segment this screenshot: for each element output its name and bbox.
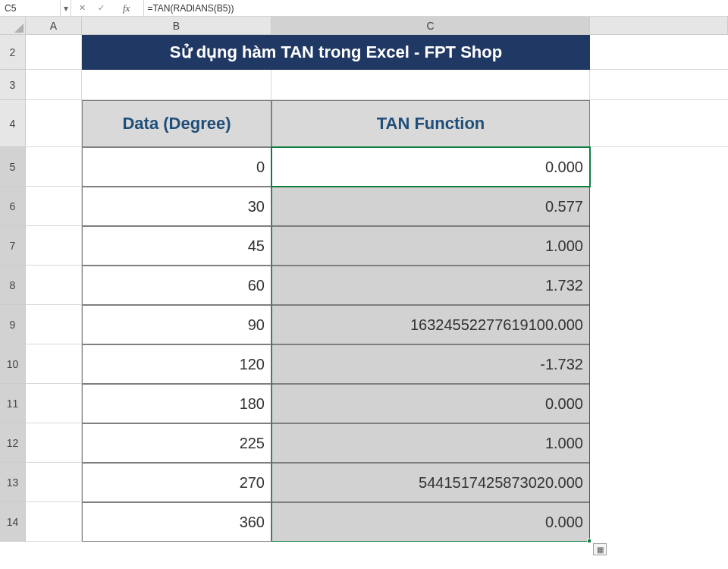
cell[interactable] — [26, 344, 82, 384]
cell[interactable] — [26, 266, 82, 305]
row-header[interactable]: 5 — [0, 147, 26, 187]
cell-c12[interactable]: 1.000 — [271, 423, 590, 463]
cell[interactable] — [26, 423, 82, 463]
cell[interactable] — [590, 70, 728, 100]
cell-b11[interactable]: 180 — [82, 384, 271, 423]
cell[interactable] — [271, 70, 590, 100]
cell[interactable] — [26, 70, 82, 100]
cell-c11[interactable]: 0.000 — [271, 384, 590, 423]
row-header[interactable]: 14 — [0, 502, 26, 542]
grid[interactable]: Sử dụng hàm TAN trong Excel - FPT Shop D… — [26, 35, 728, 569]
cell-b12[interactable]: 225 — [82, 423, 271, 463]
col-header — [590, 17, 728, 35]
cell[interactable] — [26, 187, 82, 226]
autofill-options-button[interactable]: ▦ — [593, 543, 607, 555]
cell[interactable] — [26, 305, 82, 344]
row-header[interactable]: 6 — [0, 187, 26, 226]
cell[interactable] — [26, 35, 82, 70]
row-header[interactable]: 13 — [0, 463, 26, 502]
cell[interactable] — [590, 100, 728, 147]
row-header[interactable]: 8 — [0, 266, 26, 305]
name-box[interactable]: C5 — [0, 0, 61, 16]
cell[interactable] — [26, 502, 82, 542]
cell-b7[interactable]: 45 — [82, 226, 271, 266]
row-header[interactable]: 4 — [0, 100, 26, 147]
row-headers: 2 3 4 5 6 7 8 9 10 11 12 13 14 — [0, 35, 26, 542]
formula-bar: C5 ▾ ✕ ✓ fx =TAN(RADIANS(B5)) — [0, 0, 728, 17]
cell-c8[interactable]: 1.732 — [271, 266, 590, 305]
cell-b8[interactable]: 60 — [82, 266, 271, 305]
row-header[interactable]: 12 — [0, 423, 26, 463]
cell-b14[interactable]: 360 — [82, 502, 271, 542]
name-box-dropdown[interactable]: ▾ — [61, 0, 71, 16]
cell-c10[interactable]: -1.732 — [271, 344, 590, 384]
cancel-icon[interactable]: ✕ — [79, 3, 86, 13]
cell-c7[interactable]: 1.000 — [271, 226, 590, 266]
cell-b9[interactable]: 90 — [82, 305, 271, 344]
cell[interactable] — [590, 35, 728, 70]
cell[interactable] — [26, 226, 82, 266]
row-header[interactable]: 7 — [0, 226, 26, 266]
table-header-tan[interactable]: TAN Function — [271, 100, 590, 147]
row-header[interactable]: 10 — [0, 344, 26, 384]
cell[interactable] — [26, 463, 82, 502]
cell-c13[interactable]: 5441517425873020.000 — [271, 463, 590, 502]
row-header[interactable]: 9 — [0, 305, 26, 344]
row-header[interactable]: 3 — [0, 70, 26, 100]
cell[interactable] — [590, 147, 728, 542]
formula-input[interactable]: =TAN(RADIANS(B5)) — [144, 0, 728, 16]
select-all-corner[interactable] — [0, 17, 26, 35]
title-cell[interactable]: Sử dụng hàm TAN trong Excel - FPT Shop — [82, 35, 590, 70]
cell-c6[interactable]: 0.577 — [271, 187, 590, 226]
cell-c5[interactable]: 0.000 — [271, 147, 590, 187]
cell-b6[interactable]: 30 — [82, 187, 271, 226]
row-header[interactable]: 2 — [0, 35, 26, 70]
col-headers: A B C — [26, 17, 728, 35]
cell-c14[interactable]: 0.000 — [271, 502, 590, 542]
cell[interactable] — [82, 70, 271, 100]
cell-c9[interactable]: 16324552277619100.000 — [271, 305, 590, 344]
row-header[interactable]: 11 — [0, 384, 26, 423]
col-header[interactable]: C — [271, 17, 590, 35]
formula-bar-icons: ✕ ✓ fx — [71, 0, 144, 16]
col-header[interactable]: A — [26, 17, 82, 35]
cell[interactable] — [26, 384, 82, 423]
fx-icon[interactable]: fx — [117, 2, 136, 14]
cell-b5[interactable]: 0 — [82, 147, 271, 187]
sheet: 2 3 4 5 6 7 8 9 10 11 12 13 14 A B C — [0, 17, 728, 569]
cell-b10[interactable]: 120 — [82, 344, 271, 384]
cell-b13[interactable]: 270 — [82, 463, 271, 502]
cell[interactable] — [26, 100, 82, 147]
confirm-icon[interactable]: ✓ — [98, 3, 105, 13]
col-header[interactable]: B — [82, 17, 271, 35]
cell[interactable] — [26, 147, 82, 187]
table-header-degree[interactable]: Data (Degree) — [82, 100, 271, 147]
